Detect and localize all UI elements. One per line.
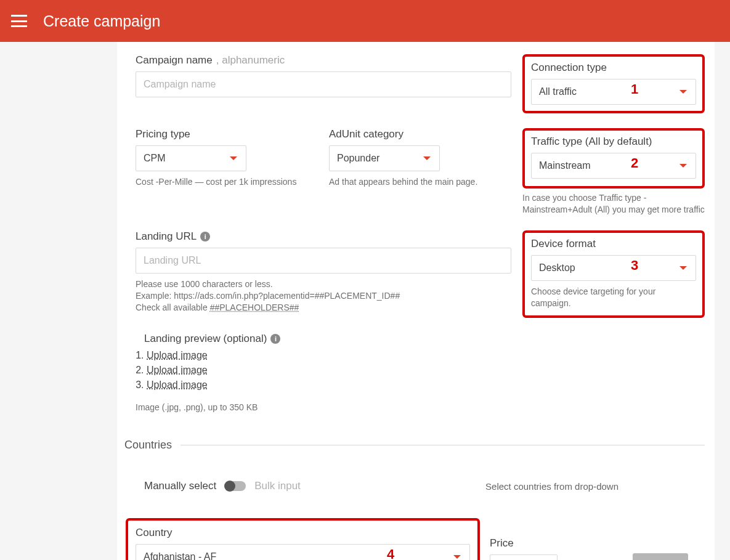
- chevron-down-icon: [230, 156, 237, 160]
- list-item: Upload image: [147, 365, 511, 376]
- chevron-down-icon: [679, 266, 687, 270]
- list-item: Upload image: [147, 379, 511, 391]
- device-format-label: Device format: [531, 238, 696, 250]
- landing-preview-field: Landing preview (optional) i Upload imag…: [136, 333, 511, 413]
- country-label: Country: [136, 527, 470, 539]
- campaign-name-suffix: , alphanumeric: [216, 54, 285, 67]
- price-input[interactable]: [490, 554, 558, 560]
- adunit-category-value: Popunder: [337, 153, 379, 163]
- adunit-category-select[interactable]: Popunder: [329, 145, 440, 171]
- placeholders-link[interactable]: ##PLACEHOLDERS##: [210, 302, 299, 312]
- info-icon[interactable]: i: [200, 232, 210, 241]
- traffic-type-help: In case you choose Traffic type - Mainst…: [522, 192, 705, 216]
- pricing-type-label: Pricing type: [136, 128, 318, 140]
- connection-type-select[interactable]: All traffic: [531, 79, 696, 105]
- campaign-name-input[interactable]: [136, 71, 511, 97]
- chevron-down-icon: [423, 156, 431, 160]
- page-title: Create campaign: [43, 12, 160, 30]
- pricing-type-value: CPM: [144, 153, 166, 163]
- annotation-number-4: 4: [387, 546, 394, 560]
- chevron-down-icon: [679, 164, 687, 168]
- country-field: Country Afghanistan - AF 4 Choose device…: [126, 518, 480, 560]
- manual-bulk-toggle[interactable]: [225, 481, 246, 491]
- pricing-type-help: Cost -Per-Mille — cost per 1k impression…: [136, 176, 318, 188]
- info-icon[interactable]: i: [270, 334, 280, 344]
- device-format-select[interactable]: Desktop: [531, 255, 696, 281]
- traffic-type-label: Traffic type (All by default): [531, 136, 696, 148]
- pricing-type-select[interactable]: CPM: [136, 145, 246, 171]
- chevron-down-icon: [679, 90, 687, 94]
- countries-hint: Select countries from drop-down: [485, 481, 618, 492]
- country-price-row: Country Afghanistan - AF 4 Choose device…: [126, 507, 705, 560]
- adunit-category-field: AdUnit category Popunder Ad that appears…: [329, 128, 511, 188]
- left-gutter: [0, 42, 117, 560]
- adunit-category-help: Ad that appears behind the main page.: [329, 176, 511, 188]
- app-header: Create campaign: [0, 0, 730, 42]
- connection-type-value: All traffic: [539, 86, 577, 97]
- landing-url-help: Please use 1000 characters or less. Exam…: [136, 278, 511, 314]
- countries-section-header: Countries: [124, 439, 705, 452]
- add-button[interactable]: Add: [633, 553, 688, 560]
- traffic-type-select[interactable]: Mainstream: [531, 153, 696, 179]
- landing-url-input[interactable]: [136, 248, 511, 274]
- landing-preview-hint: Image (.jpg, .png), up to 350 KB: [136, 402, 511, 413]
- traffic-type-value: Mainstream: [539, 160, 591, 171]
- price-label: Price: [490, 537, 558, 550]
- connection-type-field: Connection type All traffic 1: [522, 54, 705, 113]
- countries-controls: Manually select Bulk input Select countr…: [144, 480, 705, 492]
- pricing-type-field: Pricing type CPM Cost -Per-Mille — cost …: [136, 128, 318, 188]
- adunit-category-label: AdUnit category: [329, 128, 511, 140]
- country-select[interactable]: Afghanistan - AF: [136, 544, 470, 560]
- manual-select-label: Manually select: [144, 480, 216, 492]
- price-field: Price: [490, 537, 558, 560]
- annotation-number-1: 1: [631, 81, 638, 97]
- chevron-down-icon: [453, 555, 461, 559]
- country-value: Afghanistan - AF: [144, 551, 216, 560]
- bulk-input-label: Bulk input: [254, 480, 301, 492]
- upload-image-link[interactable]: Upload image: [147, 365, 208, 375]
- form-panel: Campaign name, alphanumeric Connection t…: [117, 42, 715, 560]
- device-format-field: Device format Desktop 3 Choose device ta…: [522, 230, 705, 318]
- traffic-type-field: Traffic type (All by default) Mainstream…: [522, 128, 705, 216]
- campaign-name-field: Campaign name, alphanumeric: [136, 54, 511, 97]
- device-format-value: Desktop: [539, 262, 575, 273]
- landing-preview-label: Landing preview (optional): [144, 333, 267, 345]
- upload-image-link[interactable]: Upload image: [147, 350, 208, 360]
- annotation-number-3: 3: [631, 258, 638, 274]
- landing-url-label: Landing URL: [136, 230, 197, 243]
- upload-image-link[interactable]: Upload image: [147, 379, 208, 390]
- hamburger-icon[interactable]: [11, 15, 27, 27]
- annotation-number-2: 2: [631, 155, 638, 171]
- campaign-name-label: Campaign name: [136, 54, 213, 67]
- connection-type-label: Connection type: [531, 62, 696, 74]
- device-format-help: Choose device targeting for your campaig…: [531, 286, 696, 309]
- landing-url-field: Landing URL i Please use 1000 characters…: [136, 230, 511, 314]
- list-item: Upload image: [147, 350, 511, 361]
- countries-title: Countries: [124, 439, 172, 452]
